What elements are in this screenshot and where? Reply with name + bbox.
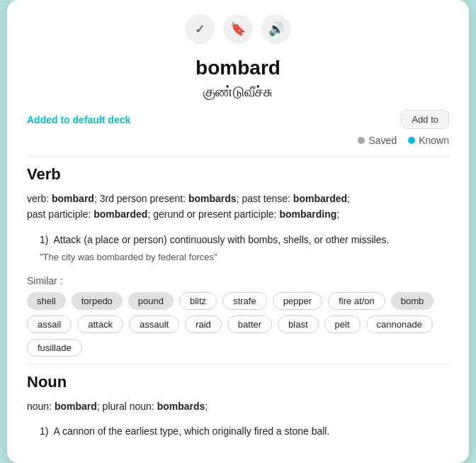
tag-blitz[interactable]: blitz [179, 292, 217, 310]
known-label: Known [419, 135, 449, 146]
tag-torpedo[interactable]: torpedo [72, 292, 123, 310]
tag-cannonade[interactable]: cannonade [366, 316, 433, 333]
tags-container: shell torpedo pound blitz strafe pepper … [27, 292, 449, 357]
tag-blast[interactable]: blast [278, 316, 318, 333]
verb-heading: Verb [27, 165, 449, 184]
dictionary-card: ✓ 🔖 🔊 bombard குண்டுவீச்சு Added to defa… [7, 0, 469, 463]
similar-section: Similar : shell torpedo pound blitz stra… [27, 272, 449, 357]
tag-pepper[interactable]: pepper [273, 292, 322, 310]
saved-dot [358, 137, 365, 144]
divider-middle [27, 364, 449, 364]
saved-label: Saved [368, 135, 397, 146]
tag-assail[interactable]: assail [27, 316, 72, 333]
verb-definition-1: 1) Attack (a place or person) continuous… [27, 233, 449, 247]
similar-label: Similar : [27, 272, 63, 286]
tag-pelt[interactable]: pelt [324, 316, 361, 333]
tag-fire-at-on[interactable]: fire at/on [328, 292, 385, 310]
tag-bomb[interactable]: bomb [391, 292, 434, 310]
divider-top [27, 156, 449, 157]
known-dot [408, 137, 415, 144]
tag-assault[interactable]: assault [129, 316, 179, 333]
noun-definition-text: noun: bombard; plural noun: bombards; [27, 398, 449, 414]
verb-section: Verb verb: bombard; 3rd person present: … [27, 165, 449, 357]
tag-attack[interactable]: attack [77, 316, 123, 333]
tag-raid[interactable]: raid [185, 316, 222, 333]
noun-heading: Noun [27, 373, 449, 391]
add-to-button[interactable]: Add to [401, 110, 449, 129]
added-label: Added to default deck [27, 114, 130, 125]
word-translation: குண்டுவீச்சு [27, 84, 449, 100]
toolbar: ✓ 🔖 🔊 [27, 14, 449, 44]
sound-button[interactable]: 🔊 [261, 14, 291, 44]
tag-shell[interactable]: shell [27, 292, 66, 310]
known-indicator: Known [408, 135, 449, 146]
word-title: bombard [27, 57, 449, 79]
saved-indicator: Saved [358, 135, 397, 146]
status-bar: Added to default deck Add to [27, 110, 449, 129]
status-indicators: Saved Known [27, 135, 449, 146]
tag-pound[interactable]: pound [128, 292, 174, 310]
tag-fusillade[interactable]: fusillade [27, 339, 82, 357]
bookmark-button[interactable]: 🔖 [223, 14, 253, 44]
noun-section: Noun noun: bombard; plural noun: bombard… [27, 373, 449, 439]
tag-batter[interactable]: batter [227, 316, 272, 333]
verb-definition-text: verb: bombard; 3rd person present: bomba… [27, 191, 449, 223]
check-button[interactable]: ✓ [185, 14, 215, 44]
noun-definition-1: 1) A cannon of the earliest type, which … [27, 424, 449, 439]
verb-quote-1: "The city was bombarded by federal force… [27, 252, 449, 262]
tag-strafe[interactable]: strafe [222, 292, 267, 310]
